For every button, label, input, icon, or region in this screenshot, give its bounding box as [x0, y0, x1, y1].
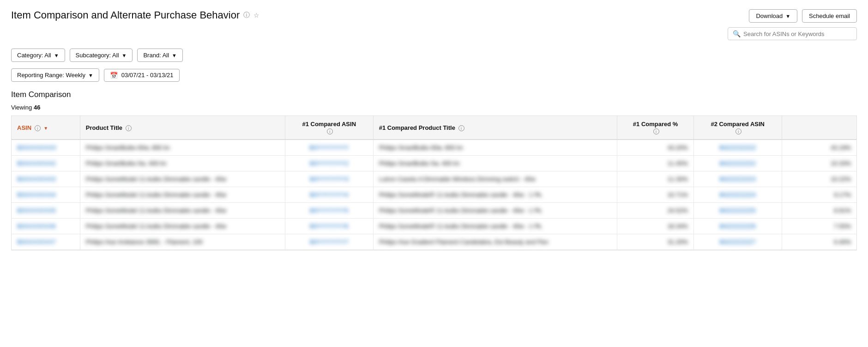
schedule-email-button[interactable]: Schedule email	[802, 9, 857, 23]
compared-pct1-cell: 11.45%	[617, 156, 693, 171]
reporting-range-filter[interactable]: Reporting Range: Weekly ▼	[11, 68, 99, 82]
compared-asin1-link[interactable]: B0YYYYYYYY	[309, 144, 349, 151]
compared-pct1-cell: 18.34%	[617, 219, 693, 234]
table-row: B0XXXXXXX7 Philips Hue Ambiance 3000, - …	[12, 234, 856, 250]
viewing-count-text: Viewing 46	[11, 104, 857, 111]
col-header-compared-title-1: #1 Compared Product Title i	[373, 116, 617, 140]
compared-asin1-link[interactable]: B0YYYYYYY5	[310, 207, 349, 214]
compared-asin1-cell: B0YYYYYYY2	[285, 156, 373, 171]
brand-filter-label: Brand: All	[143, 52, 169, 59]
brand-filter[interactable]: Brand: All ▼	[137, 49, 183, 62]
extra-cell: 10.22%	[782, 171, 856, 187]
product-title-cell: Philips SomeModel 11-bulbs Dimmable cand…	[80, 203, 285, 219]
product-title-cell: Philips SmartBulbs 5w, 400 lm	[80, 156, 285, 171]
compared-asin2-link[interactable]: B0ZZZZZZZ4	[719, 191, 756, 198]
compared-asin1-cell: B0YYYYYYYY	[285, 140, 373, 156]
compared-asin2-link[interactable]: B0ZZZZZZZZ	[719, 144, 756, 151]
compared-asin2-info-icon[interactable]: i	[735, 128, 741, 134]
compared-asin1-link[interactable]: B0YYYYYYY4	[310, 191, 349, 198]
comparison-table: ASIN i ▼ Product Title i #1 Compared ASI…	[11, 116, 857, 250]
asin-link[interactable]: B0XXXXXXX4	[17, 191, 56, 198]
chevron-down-icon: ▼	[172, 53, 177, 58]
info-icon[interactable]: ⓘ	[243, 11, 250, 19]
product-title-cell: Philips SomeModel 11-bulbs Dimmable cand…	[80, 219, 285, 234]
compared-asin2-link[interactable]: B0ZZZZZZZ5	[719, 207, 756, 214]
asin-link[interactable]: B0XXXXXXX6	[17, 223, 56, 230]
col-header-extra	[782, 116, 856, 140]
chevron-down-icon: ▼	[785, 13, 790, 19]
compared-pct1-cell: 31.20%	[617, 234, 693, 250]
asin-cell: B0XXXXXXX5	[12, 203, 80, 219]
compared-asin1-link[interactable]: B0YYYYYYY3	[310, 176, 349, 183]
download-label: Download	[756, 12, 783, 19]
col-header-product-title: Product Title i	[80, 116, 285, 140]
asin-cell: B0XXXXXXX2	[12, 156, 80, 171]
product-title-cell: Philips Hue Ambiance 3000, - Filament, 1…	[80, 234, 285, 250]
product-title-cell: Philips SmartBulbs 60w, 800 lm	[80, 140, 285, 156]
extra-cell: 6.40%	[782, 234, 856, 250]
page-title: Item Comparison and Alternate Purchase B…	[11, 9, 240, 21]
compared-title1-cell: Philips SomeModel® 11-bulbs Dimmable can…	[373, 203, 617, 219]
compared-title1-cell: Philips SmartBulbs 5w, 400 lm	[373, 156, 617, 171]
table-row: B0XXXXXXX2 Philips SmartBulbs 5w, 400 lm…	[12, 156, 856, 171]
asin-cell: B0XXXXXXX3	[12, 171, 80, 187]
compared-title1-cell: Philips SmartBulbs 60w, 800 lm	[373, 140, 617, 156]
compared-asin1-link[interactable]: B0YYYYYYY7	[310, 238, 349, 245]
compared-asin1-info-icon[interactable]: i	[327, 128, 333, 134]
compared-asin1-link[interactable]: B0YYYYYYY6	[310, 223, 349, 230]
search-box: 🔍	[728, 27, 857, 40]
compared-pct1-cell: 10.71%	[617, 187, 693, 203]
date-row: Reporting Range: Weekly ▼ 📅 03/07/21 - 0…	[11, 68, 857, 82]
asin-link[interactable]: B0XXXXXXX3	[17, 176, 56, 183]
date-range-label: 03/07/21 - 03/13/21	[121, 72, 174, 79]
subcategory-filter[interactable]: Subcategory: All ▼	[70, 49, 133, 62]
table-row: B0XXXXXXX4 Philips SomeModel 11-bulbs Di…	[12, 187, 856, 203]
chevron-down-icon: ▼	[122, 53, 127, 58]
asin-link[interactable]: B0XXXXXXXX	[17, 144, 56, 151]
asin-link[interactable]: B0XXXXXXX5	[17, 207, 56, 214]
asin-col-info-icon[interactable]: i	[35, 125, 41, 131]
extra-cell: 9.17%	[782, 187, 856, 203]
asin-sort-icon[interactable]: ▼	[43, 126, 48, 131]
filters-row: Category: All ▼ Subcategory: All ▼ Brand…	[11, 49, 857, 62]
table-row: B0XXXXXXX3 Philips SomeModel 11-bulbs Di…	[12, 171, 856, 187]
product-title-cell: Philips SomeModel 11-bulbs Dimmable cand…	[80, 171, 285, 187]
table-row: B0XXXXXXXX Philips SmartBulbs 60w, 800 l…	[12, 140, 856, 156]
compared-pct1-info-icon[interactable]: i	[653, 128, 659, 134]
compared-asin2-cell: B0ZZZZZZZ2	[693, 156, 782, 171]
product-title-cell: Philips SomeModel 11-bulbs Dimmable cand…	[80, 187, 285, 203]
compared-asin2-link[interactable]: B0ZZZZZZZ3	[719, 176, 756, 183]
col-header-compared-pct-1: #1 Compared % i	[617, 116, 693, 140]
compared-asin2-link[interactable]: B0ZZZZZZZ7	[719, 238, 756, 245]
product-title-info-icon[interactable]: i	[126, 125, 132, 131]
compared-asin2-link[interactable]: B0ZZZZZZZ2	[719, 160, 756, 167]
compared-asin1-link[interactable]: B0YYYYYYY2	[310, 160, 349, 167]
download-button[interactable]: Download ▼	[749, 9, 797, 23]
compared-asin2-link[interactable]: B0ZZZZZZZ6	[719, 223, 756, 230]
compared-asin1-cell: B0YYYYYYY6	[285, 219, 373, 234]
search-input[interactable]	[743, 30, 852, 37]
compared-asin2-cell: B0ZZZZZZZ4	[693, 187, 782, 203]
compared-asin2-cell: B0ZZZZZZZZ	[693, 140, 782, 156]
category-filter-label: Category: All	[17, 52, 51, 59]
compared-title1-cell: Philips Hue Gradient Filament Candelabra…	[373, 234, 617, 250]
category-filter[interactable]: Category: All ▼	[11, 49, 65, 62]
date-range-picker[interactable]: 📅 03/07/21 - 03/13/21	[104, 69, 180, 82]
star-icon[interactable]: ☆	[253, 12, 259, 19]
section-title: Item Comparison	[11, 90, 857, 99]
compared-title1-cell: Lutron Caseta 4-Dimmable Wireless Dimmin…	[373, 171, 617, 187]
asin-link[interactable]: B0XXXXXXX2	[17, 160, 56, 167]
compared-asin1-cell: B0YYYYYYY5	[285, 203, 373, 219]
asin-cell: B0XXXXXXX4	[12, 187, 80, 203]
compared-title1-cell: Philips SomeModel® 11-bulbs Dimmable can…	[373, 219, 617, 234]
compared-asin2-cell: B0ZZZZZZZ6	[693, 219, 782, 234]
chevron-down-icon: ▼	[54, 53, 59, 58]
col-header-compared-asin-2: #2 Compared ASIN i	[693, 116, 782, 140]
compared-asin2-cell: B0ZZZZZZZ7	[693, 234, 782, 250]
extra-cell: 43.19%	[782, 140, 856, 156]
compared-title1-info-icon[interactable]: i	[458, 125, 464, 131]
compared-pct1-cell: 43.20%	[617, 140, 693, 156]
asin-link[interactable]: B0XXXXXXX7	[17, 238, 56, 245]
col-header-asin: ASIN i ▼	[12, 116, 80, 140]
compared-title1-cell: Philips SomeModel® 11-bulbs Dimmable can…	[373, 187, 617, 203]
